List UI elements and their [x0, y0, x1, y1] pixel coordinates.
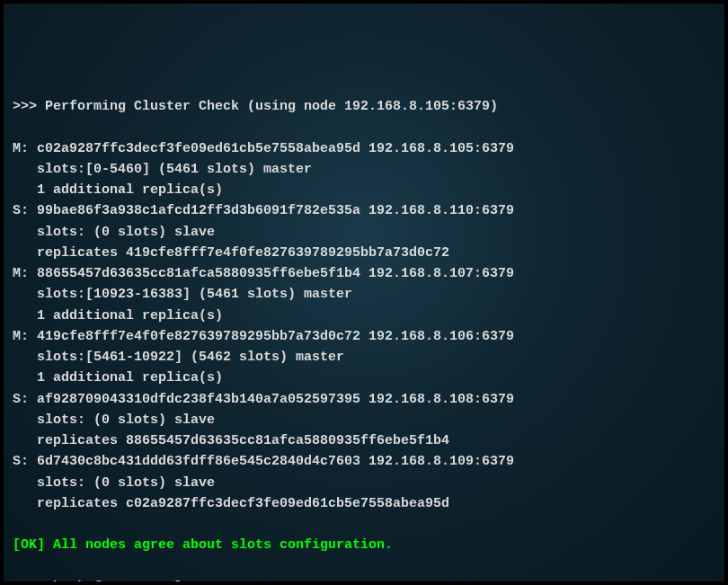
node-slots-line: slots: (0 slots) slave [13, 410, 715, 430]
nodes-list: M: c02a9287ffc3decf3fe09ed61cb5e7558abea… [13, 138, 715, 515]
cluster-check-header: >>> Performing Cluster Check (using node… [13, 96, 715, 117]
check-open-slots: >>> Check for open slots... [13, 577, 715, 585]
node-extra-line: 1 additional replica(s) [13, 368, 715, 388]
node-id-line: S: 99bae86f3a938c1afcd12ff3d3b6091f782e5… [13, 200, 715, 221]
status-ok-slots-config: [OK] All nodes agree about slots configu… [13, 535, 715, 555]
node-id-line: M: 419cfe8fff7e4f0fe827639789295bb7a73d0… [13, 326, 715, 347]
node-id-line: S: 6d7430c8bc431ddd63fdff86e545c2840d4c7… [13, 451, 715, 472]
node-slots-line: slots:[10923-16383] (5461 slots) master [13, 284, 715, 305]
node-extra-line: replicates 88655457d63635cc81afca5880935… [13, 430, 715, 451]
node-extra-line: replicates 419cfe8fff7e4f0fe827639789295… [13, 243, 715, 263]
node-slots-line: slots: (0 slots) slave [13, 473, 715, 493]
node-id-line: S: af928709043310dfdc238f43b140a7a052597… [13, 389, 715, 410]
node-slots-line: slots: (0 slots) slave [13, 222, 715, 243]
node-id-line: M: c02a9287ffc3decf3fe09ed61cb5e7558abea… [13, 138, 715, 159]
node-slots-line: slots:[5461-10922] (5462 slots) master [13, 347, 715, 368]
node-extra-line: 1 additional replica(s) [13, 180, 715, 200]
node-slots-line: slots:[0-5460] (5461 slots) master [13, 159, 715, 180]
node-extra-line: 1 additional replica(s) [13, 306, 715, 326]
node-extra-line: replicates c02a9287ffc3decf3fe09ed61cb5e… [13, 493, 715, 514]
node-id-line: M: 88655457d63635cc81afca5880935ff6ebe5f… [13, 263, 715, 284]
